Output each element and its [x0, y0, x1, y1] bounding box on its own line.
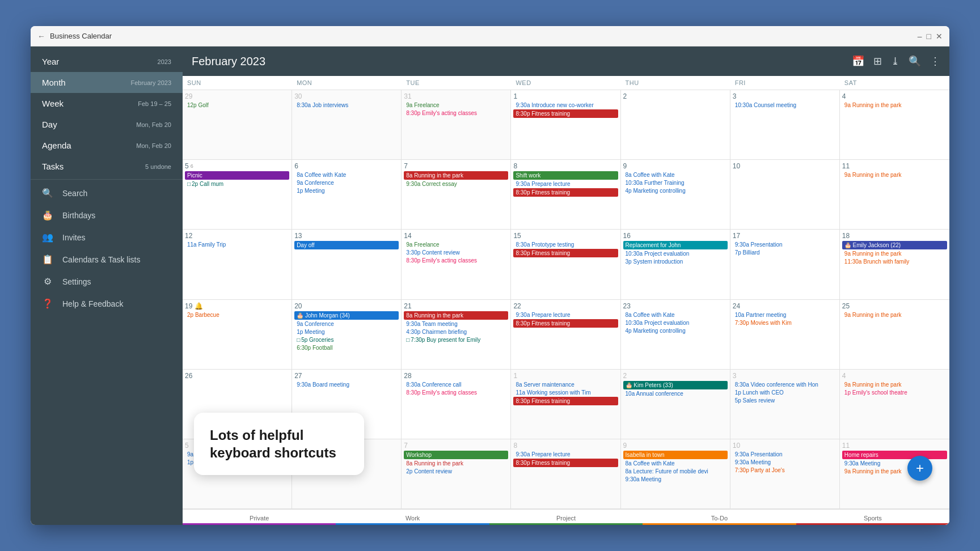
calendar-title: February 2023 — [192, 55, 852, 68]
cell-feb3[interactable]: 3 10:30a Counsel meeting — [730, 90, 840, 159]
cell-mar2[interactable]: 2 🎂 Kim Peters (33) 10a Annual conferenc… — [621, 370, 730, 439]
sidebar-item-year[interactable]: Year 2023 — [31, 51, 183, 72]
sidebar-action-search[interactable]: 🔍 Search — [31, 182, 183, 204]
cell-feb23[interactable]: 23 8a Coffee with Kate 10:30a Project ev… — [621, 300, 730, 369]
cell-feb1[interactable]: 1 9:30a Introduce new co-worker 8:30p Fi… — [511, 90, 620, 159]
week-4: 19 🔔 2p Barbecue 20 🎂 John Morgan (34) 9… — [183, 300, 949, 370]
sidebar-item-day[interactable]: Day Mon, Feb 20 — [31, 114, 183, 135]
cell-feb4[interactable]: 4 9a Running in the park — [840, 90, 949, 159]
day-header-fri: FRI — [730, 76, 840, 90]
search-icon: 🔍 — [42, 188, 53, 198]
calendar-view-icon[interactable]: 📅 — [852, 55, 864, 67]
filter-icon[interactable]: ⤓ — [891, 55, 899, 67]
tooltip-card: Lots of helpful keyboard shortcuts — [194, 413, 364, 475]
cell-feb11[interactable]: 11 9a Running in the park — [840, 160, 949, 229]
cell-feb22[interactable]: 22 9:30a Prepare lecture 8:30p Fitness t… — [511, 300, 620, 369]
calendar-wrapper: 29 12p Golf 30 8:30a Job interviews 31 9… — [183, 90, 949, 509]
day-header-wed: WED — [511, 76, 620, 90]
title-bar: ← Business Calendar – □ ✕ — [31, 26, 949, 46]
week-2: 5 6 Picnic 2p Call mum 6 8a Coffee with … — [183, 160, 949, 230]
birthday-icon: 🎂 — [42, 210, 53, 221]
cell-mar9[interactable]: 9 Isabella in town 8a Coffee with Kate 8… — [621, 439, 730, 508]
cell-feb6[interactable]: 6 8a Coffee with Kate 9a Conference 1p M… — [292, 160, 402, 229]
sidebar-action-invites[interactable]: 👥 Invites — [31, 226, 183, 248]
sidebar-item-week[interactable]: Week Feb 19 – 25 — [31, 93, 183, 114]
week-1: 29 12p Golf 30 8:30a Job interviews 31 9… — [183, 90, 949, 160]
week-3: 12 11a Family Trip 13 Day off 14 9a Free… — [183, 230, 949, 299]
cell-feb2[interactable]: 2 — [621, 90, 730, 159]
close-button[interactable]: ✕ — [936, 32, 943, 41]
cell-jan30[interactable]: 30 8:30a Job interviews — [292, 90, 402, 159]
cell-mar4[interactable]: 4 9a Running in the park 1p Emily's scho… — [840, 370, 949, 439]
category-project[interactable]: Project — [489, 510, 643, 525]
tooltip-text: Lots of helpful keyboard shortcuts — [210, 426, 348, 461]
cell-jan29[interactable]: 29 12p Golf — [183, 90, 292, 159]
category-sports[interactable]: Sports — [796, 510, 949, 525]
invites-icon: 👥 — [42, 232, 53, 243]
day-headers: SUN MON TUE WED THU FRI SAT — [183, 76, 949, 90]
cell-feb10[interactable]: 10 — [730, 160, 840, 229]
cell-feb18[interactable]: 18 🎂 Emily Jackson (22) 9a Running in th… — [840, 230, 949, 299]
cell-mar7[interactable]: 7 Workshop 8a Running in the park 2p Con… — [402, 439, 511, 508]
day-header-sun: SUN — [183, 76, 292, 90]
sidebar-item-agenda[interactable]: Agenda Mon, Feb 20 — [31, 135, 183, 156]
day-header-thu: THU — [621, 76, 730, 90]
cell-feb17[interactable]: 17 9:30a Presentation 7p Billiard — [730, 230, 840, 299]
category-todo[interactable]: To-Do — [643, 510, 796, 525]
calendar-header: February 2023 📅 ⊞ ⤓ 🔍 ⋮ — [183, 46, 949, 76]
more-icon[interactable]: ⋮ — [930, 55, 940, 67]
cell-feb28[interactable]: 28 8:30a Conference call 8:30p Emily's a… — [402, 370, 511, 439]
window-controls: – □ ✕ — [918, 32, 943, 41]
help-icon: ❓ — [42, 298, 53, 309]
header-icons: 📅 ⊞ ⤓ 🔍 ⋮ — [852, 55, 940, 67]
cell-feb8[interactable]: 8 Shift work 9:30a Prepare lecture 8:30p… — [511, 160, 620, 229]
cell-jan31[interactable]: 31 9a Freelance 8:30p Emily's acting cla… — [402, 90, 511, 159]
cell-feb14[interactable]: 14 9a Freelance 3:30p Content review 8:3… — [402, 230, 511, 299]
app-body: Year 2023 Month February 2023 Week Feb 1… — [31, 46, 949, 525]
sidebar-item-month[interactable]: Month February 2023 — [31, 72, 183, 93]
maximize-button[interactable]: □ — [927, 32, 931, 41]
day-header-sat: SAT — [840, 76, 949, 90]
day-header-tue: TUE — [402, 76, 511, 90]
cell-mar10[interactable]: 10 9:30a Presentation 9:30a Meeting 7:30… — [730, 439, 840, 508]
cell-feb20[interactable]: 20 🎂 John Morgan (34) 9a Conference 1p M… — [292, 300, 402, 369]
grid-view-icon[interactable]: ⊞ — [873, 55, 882, 67]
category-private[interactable]: Private — [183, 510, 336, 525]
cell-mar3[interactable]: 3 8:30a Video conference with Hon 1p Lun… — [730, 370, 840, 439]
back-button[interactable]: ← — [37, 32, 45, 41]
cell-feb9[interactable]: 9 8a Coffee with Kate 10:30a Further Tra… — [621, 160, 730, 229]
settings-icon: ⚙ — [42, 276, 53, 287]
category-work[interactable]: Work — [336, 510, 489, 525]
main-area: February 2023 📅 ⊞ ⤓ 🔍 ⋮ SUN MON TUE WED … — [183, 46, 949, 525]
app-window: ← Business Calendar – □ ✕ Year 2023 Mont… — [31, 26, 949, 525]
search-header-icon[interactable]: 🔍 — [909, 55, 921, 67]
sidebar-action-birthdays[interactable]: 🎂 Birthdays — [31, 204, 183, 226]
cell-mar11[interactable]: 11 Home repairs 9:30a Meeting 9a Running… — [840, 439, 949, 508]
cell-feb19[interactable]: 19 🔔 2p Barbecue — [183, 300, 292, 369]
cell-feb16[interactable]: 16 Replacement for John 10:30a Project e… — [621, 230, 730, 299]
minimize-button[interactable]: – — [918, 32, 922, 41]
day-header-mon: MON — [292, 76, 402, 90]
cell-feb24[interactable]: 24 10a Partner meeting 7:30p Movies with… — [730, 300, 840, 369]
sidebar-nav: Year 2023 Month February 2023 Week Feb 1… — [31, 46, 183, 319]
sidebar-action-settings[interactable]: ⚙ Settings — [31, 270, 183, 293]
fab-add-button[interactable]: + — [907, 456, 932, 481]
cell-feb5[interactable]: 5 6 Picnic 2p Call mum — [183, 160, 292, 229]
sidebar-item-tasks[interactable]: Tasks 5 undone — [31, 156, 183, 177]
cell-feb21[interactable]: 21 8a Running in the park 9:30a Team mee… — [402, 300, 511, 369]
app-title: Business Calendar — [50, 32, 918, 40]
cell-mar1[interactable]: 1 8a Server maintenance 11a Working sess… — [511, 370, 620, 439]
cell-feb12[interactable]: 12 11a Family Trip — [183, 230, 292, 299]
sidebar: Year 2023 Month February 2023 Week Feb 1… — [31, 46, 183, 525]
sidebar-divider — [31, 179, 183, 180]
cell-feb15[interactable]: 15 8:30a Prototype testing 8:30p Fitness… — [511, 230, 620, 299]
cell-mar8[interactable]: 8 9:30a Prepare lecture 8:30p Fitness tr… — [511, 439, 620, 508]
cell-feb7[interactable]: 7 8a Running in the park 9:30a Correct e… — [402, 160, 511, 229]
sidebar-action-calendars[interactable]: 📋 Calendars & Task lists — [31, 248, 183, 270]
bottom-bar: Private Work Project To-Do Sports — [183, 509, 949, 525]
cell-feb13[interactable]: 13 Day off — [292, 230, 402, 299]
cell-feb25[interactable]: 25 9a Running in the park — [840, 300, 949, 369]
sidebar-action-help[interactable]: ❓ Help & Feedback — [31, 293, 183, 315]
calendars-icon: 📋 — [42, 254, 53, 265]
